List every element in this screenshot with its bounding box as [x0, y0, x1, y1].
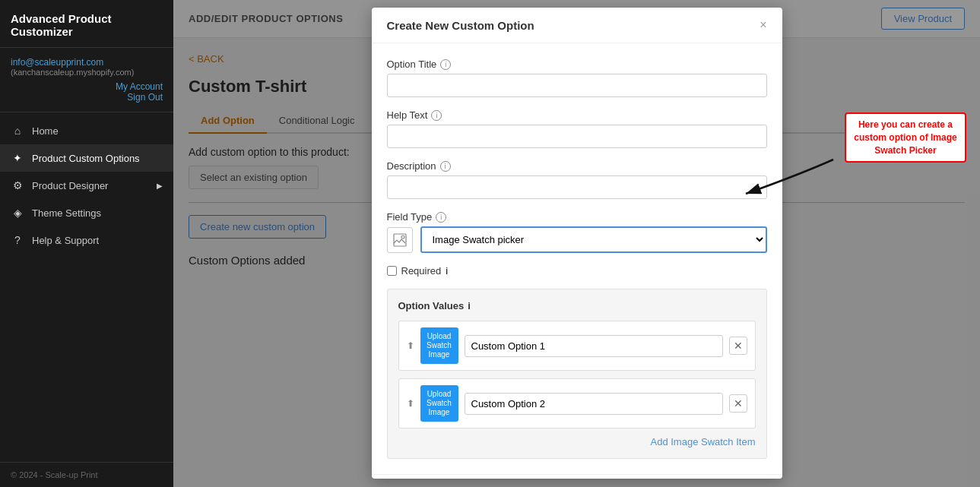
- sidebar-item-theme-settings[interactable]: ◈ Theme Settings: [0, 199, 173, 226]
- svg-point-1: [401, 236, 404, 239]
- description-label: Description i: [387, 160, 767, 172]
- sidebar-nav: ⌂ Home ✦ Product Custom Options ⚙ Produc…: [0, 112, 173, 462]
- field-type-row: Image Swatch pickerTextDropdownCheckboxR…: [387, 226, 767, 253]
- description-input[interactable]: [387, 176, 767, 199]
- main-content: ADD/EDIT PRODUCT OPTIONS View Product < …: [173, 0, 980, 487]
- option-title-label: Option Title i: [387, 59, 767, 70]
- modal-footer: Save: [372, 474, 782, 479]
- add-image-swatch-item-link[interactable]: Add Image Swatch Item: [650, 436, 755, 447]
- field-type-group: Field Type i Image Swatch pickerTextDrop…: [387, 211, 767, 253]
- sidebar-item-home[interactable]: ⌂ Home: [0, 117, 173, 144]
- remove-option-button-1[interactable]: ✕: [729, 337, 747, 355]
- sidebar-item-product-custom-options[interactable]: ✦ Product Custom Options: [0, 144, 173, 172]
- option-title-info-icon: i: [440, 59, 451, 70]
- field-type-info-icon: i: [436, 212, 446, 223]
- sidebar-item-label-product-designer: Product Designer: [32, 180, 108, 191]
- modal: Create New Custom Option × Option Title …: [372, 8, 782, 479]
- option-value-input-1[interactable]: [465, 335, 723, 357]
- sidebar-item-label-home: Home: [32, 125, 59, 137]
- nav-icon-home: ⌂: [11, 125, 24, 137]
- modal-title: Create New Custom Option: [387, 19, 534, 32]
- option-values-section: Option Values i ⬆ UploadSwatchImage ✕ ⬆ …: [387, 289, 767, 459]
- option-title-group: Option Title i: [387, 59, 767, 97]
- callout-annotation: Here you can create a custom option of I…: [845, 112, 966, 163]
- nav-icon-help-support: ?: [11, 234, 24, 246]
- field-type-icon: [387, 227, 413, 253]
- option-title-input[interactable]: [387, 74, 767, 97]
- sidebar-email: info@scaleupprint.com: [11, 57, 163, 68]
- help-text-info-icon: i: [431, 110, 442, 121]
- add-swatch-link: Add Image Swatch Item: [398, 436, 756, 447]
- nav-icon-product-custom-options: ✦: [11, 152, 24, 164]
- sign-out-link[interactable]: Sign Out: [11, 92, 163, 103]
- option-values-info-icon: i: [468, 300, 471, 311]
- upload-swatch-button-1[interactable]: UploadSwatchImage: [420, 327, 458, 364]
- remove-option-button-2[interactable]: ✕: [729, 394, 747, 413]
- help-text-input[interactable]: [387, 125, 767, 148]
- description-group: Description i: [387, 160, 767, 199]
- required-checkbox[interactable]: [387, 266, 397, 276]
- sidebar: Advanced Product Customizer info@scaleup…: [0, 0, 173, 487]
- option-value-input-2[interactable]: [465, 393, 723, 415]
- sidebar-item-label-product-custom-options: Product Custom Options: [32, 153, 140, 164]
- option-values-label: Option Values i: [398, 300, 756, 311]
- sidebar-item-label-theme-settings: Theme Settings: [32, 207, 101, 219]
- field-type-label: Field Type i: [387, 211, 767, 223]
- nav-icon-theme-settings: ◈: [11, 207, 24, 219]
- nav-arrow-product-designer: ▶: [157, 182, 163, 190]
- required-label: Required: [401, 265, 442, 277]
- sidebar-footer: © 2024 - Scale-up Print: [0, 462, 173, 487]
- required-row: Required i: [387, 265, 767, 277]
- drag-handle-2[interactable]: ⬆: [407, 398, 414, 409]
- sidebar-links: My Account Sign Out: [11, 81, 163, 103]
- sidebar-shopify: (kanchanscaleup.myshopify.com): [11, 68, 163, 77]
- drag-handle-1[interactable]: ⬆: [407, 340, 414, 351]
- sidebar-title: Advanced Product Customizer: [0, 0, 173, 48]
- help-text-label: Help Text i: [387, 109, 767, 121]
- upload-swatch-button-2[interactable]: UploadSwatchImage: [420, 385, 458, 422]
- option-value-row-2: ⬆ UploadSwatchImage ✕: [398, 378, 756, 428]
- field-type-select[interactable]: Image Swatch pickerTextDropdownCheckboxR…: [420, 226, 767, 253]
- required-info-icon: i: [446, 265, 448, 277]
- my-account-link[interactable]: My Account: [11, 81, 163, 92]
- sidebar-account: info@scaleupprint.com (kanchanscaleup.my…: [0, 48, 173, 112]
- help-text-group: Help Text i: [387, 109, 767, 148]
- modal-overlay: Create New Custom Option × Option Title …: [173, 0, 980, 487]
- sidebar-item-label-help-support: Help & Support: [32, 235, 99, 246]
- modal-header: Create New Custom Option ×: [372, 8, 782, 43]
- description-info-icon: i: [440, 161, 451, 172]
- modal-body: Option Title i Help Text i Des: [372, 43, 782, 474]
- option-value-row-1: ⬆ UploadSwatchImage ✕: [398, 321, 756, 371]
- modal-close-button[interactable]: ×: [760, 18, 766, 32]
- sidebar-item-help-support[interactable]: ? Help & Support: [0, 226, 173, 254]
- sidebar-item-product-designer[interactable]: ⚙ Product Designer ▶: [0, 172, 173, 199]
- nav-icon-product-designer: ⚙: [11, 179, 24, 191]
